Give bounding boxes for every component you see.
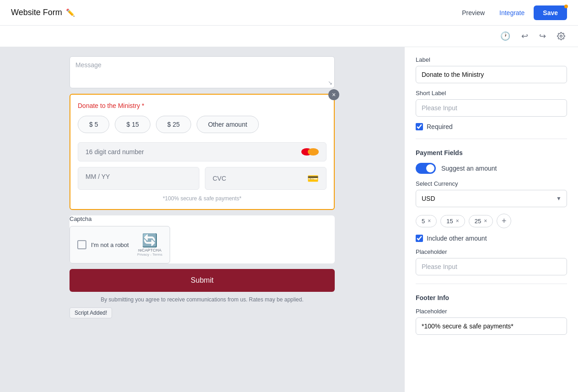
save-indicator	[564, 5, 568, 8]
short-label-field-label: Short Label	[416, 90, 567, 97]
required-checkbox[interactable]	[416, 123, 423, 130]
amount-btn-other[interactable]: Other amount	[197, 116, 259, 133]
title-text: Website Form	[11, 8, 62, 17]
expiry-placeholder: MM / YY	[86, 173, 110, 180]
disclaimer-text: By submitting you agree to receive commu…	[70, 296, 335, 303]
amount-tags: 5 × 15 × 25 × +	[416, 214, 567, 228]
add-amount-button[interactable]: +	[497, 214, 511, 228]
amount-btn-15[interactable]: $ 15	[115, 116, 150, 133]
label-field-group: Label	[416, 56, 567, 83]
short-label-input[interactable]	[416, 99, 567, 117]
card-bottom-row: MM / YY CVC 💳	[78, 167, 326, 190]
captcha-logo: 🔄 reCAPTCHA Privacy - Terms	[137, 233, 162, 257]
message-textarea[interactable]: Message ↘	[70, 56, 335, 88]
recaptcha-brand: reCAPTCHA	[137, 248, 162, 252]
resize-handle[interactable]: ↘	[328, 80, 332, 86]
captcha-text: I'm not a robot	[91, 242, 129, 248]
suggest-amount-label: Suggest an amount	[441, 165, 497, 172]
short-label-field-group: Short Label	[416, 90, 567, 117]
suggest-amount-toggle[interactable]	[416, 163, 436, 174]
captcha-label: Captcha	[70, 215, 335, 222]
remove-tag-5[interactable]: ×	[428, 218, 431, 224]
captcha-section: Captcha I'm not a robot 🔄 reCAPTCHA Priv…	[70, 215, 335, 263]
placeholder-label: Placeholder	[416, 248, 567, 255]
canvas-area: Message ↘ × Donate to the Ministry * $ 5…	[0, 47, 404, 392]
topbar: Website Form ✏️ Preview Integrate Save	[0, 0, 578, 26]
settings-button[interactable]	[555, 30, 567, 42]
script-badge: Script Added!	[70, 303, 335, 318]
required-label: Required	[427, 123, 453, 130]
placeholder-group: Placeholder	[416, 248, 567, 275]
edit-icon[interactable]: ✏️	[66, 8, 75, 17]
amount-tag-15: 15 ×	[440, 215, 465, 227]
amount-btn-25[interactable]: $ 25	[156, 116, 191, 133]
main-layout: Message ↘ × Donate to the Ministry * $ 5…	[0, 47, 578, 392]
amount-options: $ 5 $ 15 $ 25 Other amount	[78, 116, 326, 133]
captcha-checkbox[interactable]	[77, 240, 86, 249]
amount-btn-5[interactable]: $ 5	[78, 116, 109, 133]
integrate-button[interactable]: Integrate	[494, 6, 530, 19]
remove-tag-25[interactable]: ×	[484, 218, 487, 224]
amount-tag-25: 25 ×	[469, 215, 493, 227]
footer-placeholder-group: Placeholder	[416, 308, 567, 335]
cvc-placeholder: CVC	[213, 175, 226, 182]
app-title: Website Form ✏️	[11, 8, 75, 17]
payment-fields-title: Payment Fields	[416, 147, 567, 156]
history-button[interactable]: 🕐	[498, 29, 512, 43]
donation-widget: × Donate to the Ministry * $ 5 $ 15 $ 25…	[70, 94, 335, 210]
mc-orange	[308, 148, 319, 156]
topbar-actions: Preview Integrate Save	[456, 5, 567, 20]
required-marker: *	[142, 102, 144, 109]
captcha-left: I'm not a robot	[77, 240, 129, 249]
card-expiry-field[interactable]: MM / YY	[78, 167, 199, 190]
secure-text: *100% secure & safe payments*	[78, 195, 326, 202]
label-input[interactable]	[416, 66, 567, 83]
undo-button[interactable]: ↩	[519, 29, 530, 43]
mastercard-icon	[301, 148, 319, 156]
divider-1	[416, 139, 567, 139]
donation-title: Donate to the Ministry *	[78, 102, 326, 109]
redo-button[interactable]: ↪	[537, 29, 548, 43]
message-field-wrapper: Message ↘	[70, 56, 335, 88]
include-other-label: Include other amount	[427, 235, 487, 242]
recaptcha-links: Privacy - Terms	[137, 252, 162, 257]
currency-label: Select Currency	[416, 180, 567, 187]
submit-button[interactable]: Submit	[70, 269, 335, 292]
card-number-placeholder: 16 digit card number	[86, 148, 144, 156]
currency-select-wrapper: USD EUR GBP CAD ▼	[416, 190, 567, 207]
save-button[interactable]: Save	[534, 5, 567, 20]
include-other-checkbox[interactable]	[416, 235, 423, 242]
icon-bar: 🕐 ↩ ↪	[0, 26, 578, 47]
right-panel: Label Short Label Required Payment Field…	[404, 47, 578, 392]
currency-select[interactable]: USD EUR GBP CAD	[416, 190, 567, 207]
toggle-knob	[426, 164, 434, 172]
amount-tag-5: 5 ×	[416, 215, 437, 227]
close-button[interactable]: ×	[328, 89, 339, 100]
label-field-label: Label	[416, 56, 567, 63]
placeholder-input[interactable]	[416, 258, 567, 275]
suggest-amount-row: Suggest an amount	[416, 163, 567, 174]
footer-info-title: Footer Info	[416, 292, 567, 301]
captcha-box[interactable]: I'm not a robot 🔄 reCAPTCHA Privacy - Te…	[70, 226, 170, 263]
card-number-field[interactable]: 16 digit card number	[78, 142, 326, 161]
divider-2	[416, 284, 567, 284]
preview-button[interactable]: Preview	[456, 6, 490, 19]
card-cvc-field[interactable]: CVC 💳	[205, 167, 326, 190]
footer-placeholder-input[interactable]	[416, 317, 567, 335]
include-other-row: Include other amount	[416, 235, 567, 242]
cvc-icon: 💳	[307, 173, 319, 184]
remove-tag-15[interactable]: ×	[456, 218, 459, 224]
form-preview: Message ↘ × Donate to the Ministry * $ 5…	[70, 56, 335, 386]
recaptcha-icon: 🔄	[137, 233, 162, 248]
currency-group: Select Currency USD EUR GBP CAD ▼	[416, 180, 567, 207]
required-row: Required	[416, 123, 567, 130]
footer-placeholder-label: Placeholder	[416, 308, 567, 315]
message-placeholder: Message	[75, 61, 102, 69]
